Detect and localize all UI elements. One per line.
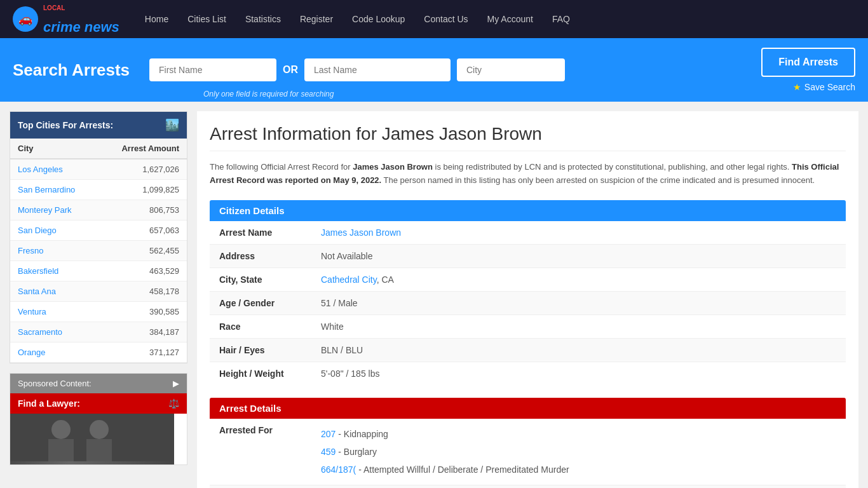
city-name: San Diego bbox=[10, 220, 98, 241]
nav-contact-us[interactable]: Contact Us bbox=[424, 14, 468, 24]
city-name: Los Angeles bbox=[10, 159, 98, 180]
charge-code-link[interactable]: 207 bbox=[321, 429, 336, 439]
city-link[interactable]: Orange bbox=[18, 348, 45, 357]
table-row: Arrested For 207 - Kidnapping459 - Burgl… bbox=[210, 419, 846, 485]
logo-text: LOCALcrime news bbox=[43, 3, 119, 36]
svg-rect-2 bbox=[48, 439, 74, 461]
play-icon[interactable]: ▶ bbox=[173, 379, 179, 388]
height-weight-label: Height / Weight bbox=[210, 362, 311, 385]
first-name-input[interactable] bbox=[149, 58, 276, 81]
arrest-name-link[interactable]: James Jason Brown bbox=[321, 227, 401, 238]
charges-list: 207 - Kidnapping459 - Burglary664/187( -… bbox=[321, 425, 836, 478]
city-amount: 562,455 bbox=[98, 241, 187, 261]
save-search[interactable]: ★ Save Search bbox=[793, 82, 855, 92]
city-link[interactable]: Bakersfield bbox=[18, 266, 58, 276]
nav-register[interactable]: Register bbox=[300, 14, 333, 24]
svg-point-3 bbox=[90, 420, 109, 439]
city-link[interactable]: San Bernardino bbox=[18, 185, 75, 194]
cities-table: City Arrest Amount Los Angeles 1,627,026… bbox=[10, 139, 187, 363]
city-amount: 463,529 bbox=[98, 261, 187, 281]
city-link[interactable]: Los Angeles bbox=[18, 165, 63, 174]
search-title: Search Arrests bbox=[13, 60, 140, 80]
nav-my-account[interactable]: My Account bbox=[487, 14, 533, 24]
city-amount: 1,099,825 bbox=[98, 180, 187, 200]
scale-icon: ⚖️ bbox=[168, 398, 179, 409]
race-label: Race bbox=[210, 315, 311, 338]
find-lawyer-label: Find a Lawyer: bbox=[18, 398, 80, 409]
main-content: Top Cities For Arrests: 🏙️ City Arrest A… bbox=[0, 102, 868, 488]
sidebar: Top Cities For Arrests: 🏙️ City Arrest A… bbox=[10, 111, 187, 488]
city-link[interactable]: Ventura bbox=[18, 307, 46, 316]
city-link[interactable]: San Diego bbox=[18, 226, 57, 235]
top-cities-label: Top Cities For Arrests: bbox=[18, 120, 113, 130]
sponsored-header: Sponsored Content: ▶ bbox=[10, 374, 187, 393]
city-amount: 1,627,026 bbox=[98, 159, 187, 180]
list-item: 207 - Kidnapping bbox=[321, 425, 836, 443]
table-row: City, State Cathedral City, CA bbox=[210, 268, 846, 291]
nav-faq[interactable]: FAQ bbox=[552, 14, 570, 24]
city-amount: 458,178 bbox=[98, 281, 187, 302]
table-row: Arrest Date May 8, 2022 bbox=[210, 485, 846, 488]
list-item: 459 - Burglary bbox=[321, 443, 836, 461]
city-link[interactable]: Sacramento bbox=[18, 327, 62, 337]
nav-links: Home Cities List Statistics Register Cod… bbox=[145, 14, 570, 24]
address-label: Address bbox=[210, 244, 311, 268]
find-arrests-button[interactable]: Find Arrests bbox=[761, 48, 855, 77]
last-name-input[interactable] bbox=[304, 58, 451, 81]
arrest-name-label: Arrest Name bbox=[210, 221, 311, 245]
city-name: Bakersfield bbox=[10, 261, 98, 281]
city-name: Fresno bbox=[10, 241, 98, 261]
charge-code-link[interactable]: 664/187( bbox=[321, 464, 356, 475]
save-search-label: Save Search bbox=[804, 82, 855, 92]
table-row: Address Not Available bbox=[210, 244, 846, 268]
city-amount: 384,187 bbox=[98, 322, 187, 342]
city-amount: 371,127 bbox=[98, 342, 187, 363]
table-row: Bakersfield 463,529 bbox=[10, 261, 187, 281]
table-row: Sacramento 384,187 bbox=[10, 322, 187, 342]
city-link[interactable]: Fresno bbox=[18, 246, 43, 255]
table-row: Santa Ana 458,178 bbox=[10, 281, 187, 302]
search-note: Only one field is required for searching bbox=[203, 90, 334, 98]
address-value: Not Available bbox=[311, 244, 846, 268]
city-name: Ventura bbox=[10, 302, 98, 322]
table-row: Fresno 562,455 bbox=[10, 241, 187, 261]
city-input[interactable] bbox=[457, 58, 565, 81]
table-row: Race White bbox=[210, 315, 846, 338]
charge-desc: - Burglary bbox=[338, 447, 377, 457]
nav-home[interactable]: Home bbox=[145, 14, 168, 24]
star-icon: ★ bbox=[793, 82, 801, 92]
nav-code-lookup[interactable]: Code Lookup bbox=[352, 14, 405, 24]
arrest-description: The following Official Arrest Record for… bbox=[210, 161, 846, 187]
city-amount: 390,585 bbox=[98, 302, 187, 322]
main-panel: Arrest Information for James Jason Brown… bbox=[197, 111, 858, 488]
charge-desc: - Attempted Willful / Deliberate / Preme… bbox=[358, 464, 569, 475]
svg-point-1 bbox=[51, 420, 71, 439]
arrested-for-value: 207 - Kidnapping459 - Burglary664/187( -… bbox=[311, 419, 846, 485]
arrest-details-table: Arrested For 207 - Kidnapping459 - Burgl… bbox=[210, 419, 846, 488]
table-row: Arrest Name James Jason Brown bbox=[210, 221, 846, 245]
search-bar: Search Arrests OR Find Arrests ★ Save Se… bbox=[0, 38, 868, 102]
citizen-details-header: Citizen Details bbox=[210, 200, 846, 221]
table-row: San Diego 657,063 bbox=[10, 220, 187, 241]
table-row: Hair / Eyes BLN / BLU bbox=[210, 338, 846, 362]
city-link[interactable]: Monterey Park bbox=[18, 205, 72, 215]
nav-statistics[interactable]: Statistics bbox=[245, 14, 281, 24]
find-lawyer-header: Find a Lawyer: ⚖️ bbox=[10, 393, 187, 414]
arrested-for-label: Arrested For bbox=[210, 419, 311, 485]
city-state-link[interactable]: Cathedral City bbox=[321, 274, 377, 285]
table-row: Age / Gender 51 / Male bbox=[210, 291, 846, 315]
nav-cities-list[interactable]: Cities List bbox=[187, 14, 226, 24]
logo[interactable]: 🚗 LOCALcrime news bbox=[13, 3, 119, 36]
sponsored-section: Sponsored Content: ▶ Find a Lawyer: ⚖️ bbox=[10, 373, 187, 465]
city-name: Orange bbox=[10, 342, 98, 363]
col-amount: Arrest Amount bbox=[98, 139, 187, 159]
search-actions: Find Arrests ★ Save Search bbox=[761, 48, 855, 92]
age-gender-value: 51 / Male bbox=[311, 291, 846, 315]
hair-eyes-value: BLN / BLU bbox=[311, 338, 846, 362]
arrest-details-header: Arrest Details bbox=[210, 398, 846, 419]
city-state-rest: , CA bbox=[377, 274, 394, 285]
charge-code-link[interactable]: 459 bbox=[321, 447, 336, 457]
city-link[interactable]: Santa Ana bbox=[18, 287, 56, 296]
city-icon: 🏙️ bbox=[165, 118, 179, 132]
logo-icon: 🚗 bbox=[13, 6, 38, 32]
